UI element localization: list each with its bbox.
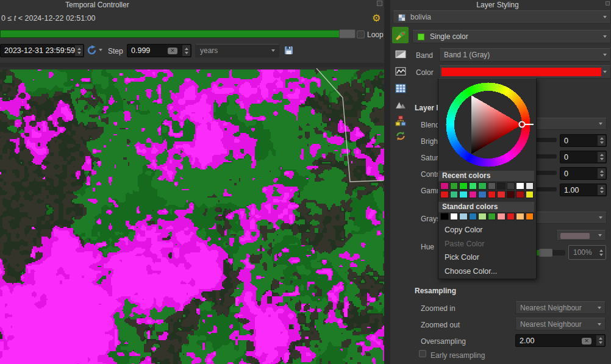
chevron-down-icon [603, 16, 607, 18]
standard-colors-header: Standard colors [438, 202, 534, 212]
temporal-controller-title: Temporal Controller [65, 1, 129, 9]
dock-icon[interactable] [377, 1, 382, 6]
colorize-color-combo[interactable] [556, 230, 606, 241]
qgis-window: Temporal Controller 0 ≤ t < 2024-12-22 0… [0, 0, 611, 364]
menu-item-choose-color[interactable]: Choose Color... [445, 267, 497, 278]
color-swatch[interactable] [516, 213, 524, 220]
strength-slider-handle[interactable] [539, 249, 552, 257]
current-color-bar [441, 68, 601, 76]
history-arrows-icon [395, 130, 406, 141]
renderer-swatch [418, 34, 424, 40]
color-swatch[interactable] [469, 191, 477, 198]
color-swatch[interactable] [526, 182, 534, 190]
band-combo[interactable]: Band 1 (Gray) [439, 48, 611, 62]
color-swatch[interactable] [507, 182, 515, 190]
color-swatch[interactable] [440, 191, 449, 198]
chevron-down-icon [271, 49, 275, 52]
standard-colors-row [440, 213, 534, 220]
recent-colors-row2 [440, 191, 534, 198]
color-swatch[interactable] [469, 213, 477, 220]
step-label: Step [108, 47, 123, 55]
transparency-icon [395, 49, 406, 60]
color-swatch[interactable] [488, 191, 496, 198]
color-swatch[interactable] [459, 213, 468, 220]
datetime-spin-buttons[interactable] [75, 45, 83, 56]
color-swatch[interactable] [440, 182, 449, 190]
sidebar-item-symbology[interactable] [392, 27, 409, 43]
color-swatch[interactable] [478, 191, 487, 198]
temporal-slider-handle[interactable] [339, 29, 356, 38]
color-wheel[interactable] [438, 79, 537, 171]
sidebar-item-attribute-table[interactable] [392, 80, 409, 96]
step-spin-buttons[interactable] [182, 45, 190, 56]
band-value: Band 1 (Gray) [440, 51, 490, 59]
strength-spinbox[interactable]: 100% [568, 245, 606, 260]
color-swatch[interactable] [488, 213, 496, 220]
sidebar-item-metadata[interactable] [392, 112, 409, 129]
zoomed-in-combo[interactable]: Nearest Neighbour [515, 301, 606, 314]
contrast-spinbox[interactable]: 0 [560, 167, 607, 180]
color-swatch[interactable] [478, 182, 487, 190]
datetime-value: 2023-12-31 23:59:59 [4, 46, 75, 55]
color-swatch[interactable] [526, 191, 534, 198]
menu-item-paste-color: Paste Color [445, 240, 484, 251]
color-swatch[interactable] [450, 213, 459, 220]
temporal-slider-track[interactable] [0, 30, 356, 38]
gamma-spinbox[interactable]: 1.00 [560, 184, 607, 196]
zoomed-out-combo[interactable]: Nearest Neighbour [515, 318, 606, 330]
oversampling-spinbox[interactable]: 2.00 [515, 334, 606, 347]
colorize-color-swatch [560, 233, 590, 239]
temporal-range-label: 0 ≤ t < 2024-12-22 02:51:00 [1, 14, 96, 23]
chevron-down-icon [603, 54, 607, 56]
color-swatch[interactable] [507, 191, 515, 198]
color-swatch[interactable] [450, 191, 459, 198]
step-unit-value: years [196, 46, 218, 55]
saturation-spinbox[interactable]: 0 [560, 151, 607, 163]
color-swatch[interactable] [488, 182, 496, 190]
refresh-button[interactable] [87, 45, 97, 55]
layer-styling-title: Layer Styling [384, 1, 611, 9]
sidebar-item-history[interactable] [392, 127, 409, 144]
map-view[interactable] [0, 67, 384, 364]
raster-layer-icon [398, 14, 406, 21]
color-swatch[interactable] [516, 182, 524, 190]
sidebar-item-pyramids[interactable] [392, 96, 409, 113]
refresh-dropdown-caret[interactable] [99, 49, 102, 51]
gear-icon[interactable]: ⚙ [372, 13, 381, 23]
color-swatch[interactable] [497, 213, 506, 220]
color-swatch[interactable] [459, 191, 468, 198]
color-swatch[interactable] [497, 182, 506, 190]
layer-selector-combo[interactable]: bolivia [393, 10, 611, 24]
sidebar-item-histogram[interactable] [392, 63, 409, 79]
recent-colors-header: Recent colors [438, 171, 534, 181]
sidebar-item-transparency[interactable] [392, 46, 409, 62]
menu-item-copy-color[interactable]: Copy Color [445, 226, 483, 237]
menu-item-pick-color[interactable]: Pick Color [445, 253, 479, 264]
color-swatch[interactable] [497, 191, 506, 198]
color-swatch[interactable] [516, 191, 524, 198]
clear-icon[interactable] [168, 48, 177, 54]
step-input[interactable]: 0.999 [127, 44, 191, 57]
dock-icon-small[interactable] [606, 1, 610, 5]
step-unit-combo[interactable]: years [195, 44, 279, 57]
early-resampling-checkbox[interactable] [419, 350, 426, 357]
save-range-button[interactable] [284, 46, 293, 57]
color-swatch[interactable] [526, 213, 534, 220]
color-swatch[interactable] [440, 213, 449, 220]
step-value: 0.999 [131, 46, 150, 55]
refresh-icon [87, 45, 97, 55]
color-swatch[interactable] [450, 182, 459, 190]
color-swatch[interactable] [459, 182, 468, 190]
early-resampling-label: Early resampling [431, 351, 485, 360]
color-swatch[interactable] [478, 213, 487, 220]
color-swatch[interactable] [469, 182, 477, 190]
loop-checkbox[interactable] [357, 30, 365, 38]
metadata-icon [395, 115, 406, 126]
color-swatch[interactable] [507, 213, 515, 220]
datetime-input[interactable]: 2023-12-31 23:59:59 [0, 44, 84, 57]
brightness-spinbox[interactable]: 0 [560, 134, 607, 147]
loop-label: Loop [367, 30, 384, 39]
renderer-combo[interactable]: Single color [412, 30, 611, 43]
color-button[interactable] [439, 65, 611, 79]
clear-icon[interactable] [582, 338, 591, 344]
